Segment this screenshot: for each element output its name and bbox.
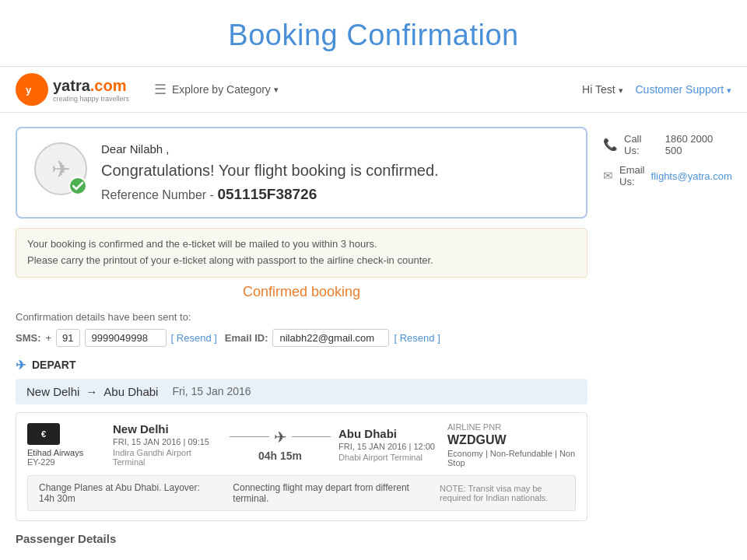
logo-com: .com bbox=[90, 77, 127, 94]
dep-airport: Indira Gandhi Airport Terminal bbox=[113, 448, 222, 467]
flight-info-row: € Etihad Airways EY-229 New Delhi FRI, 1… bbox=[27, 422, 576, 467]
pnr-col: AIRLINE PNR WZDGUW Economy | Non-Refunda… bbox=[447, 422, 576, 467]
svg-text:y: y bbox=[26, 84, 32, 96]
call-us-item: 📞 Call Us: 1860 2000 500 bbox=[603, 133, 731, 156]
depart-header: ✈ DEPART bbox=[16, 358, 587, 373]
ref-number: 051115F38726 bbox=[217, 186, 317, 202]
confirmation-details-row: SMS: + 91 [ Resend ] Email ID: [ Resend … bbox=[16, 329, 587, 347]
email-contact-label: Email Us: bbox=[619, 164, 645, 187]
user-greeting: Hi Test bbox=[582, 83, 615, 96]
customer-support-menu[interactable]: Customer Support ▾ bbox=[636, 83, 732, 96]
dep-city: New Delhi bbox=[113, 422, 222, 436]
duration-line bbox=[230, 436, 269, 437]
confirmation-text: Dear Nilabh , Congratulations! Your flig… bbox=[101, 142, 439, 203]
to-city: Abu Dhabi bbox=[103, 385, 158, 398]
arrival-col: Abu Dhabi FRI, 15 JAN 2016 | 12:00 Dhabi… bbox=[338, 427, 447, 462]
depart-plane-icon: ✈ bbox=[16, 358, 26, 373]
duration-line-wrap: ✈ bbox=[230, 428, 331, 446]
hamburger-icon: ☰ bbox=[154, 81, 167, 98]
phone-icon: 📞 bbox=[603, 138, 618, 152]
sms-label: SMS: bbox=[16, 332, 41, 344]
logo-icon: y bbox=[16, 73, 48, 106]
support-arrow-icon: ▾ bbox=[727, 86, 731, 95]
airline-logo: € bbox=[27, 423, 60, 445]
email-input[interactable] bbox=[272, 329, 389, 347]
airline-flight: EY-229 bbox=[27, 457, 55, 467]
pnr-label: AIRLINE PNR bbox=[447, 422, 576, 432]
pnr-detail: Economy | Non-Refundable | Non Stop bbox=[447, 449, 576, 467]
info-bar: Your booking is confirmed and the e-tick… bbox=[16, 228, 587, 278]
ref-label: Reference Number - bbox=[101, 188, 217, 201]
user-menu-arrow-icon: ▾ bbox=[619, 86, 623, 95]
contact-email-link[interactable]: flights@yatra.com bbox=[651, 170, 732, 182]
pnr-value: WZDGUW bbox=[447, 433, 576, 447]
right-panel: 📞 Call Us: 1860 2000 500 ✉ Email Us: fli… bbox=[587, 127, 731, 551]
phone-input[interactable] bbox=[85, 329, 167, 347]
route-date: Fri, 15 Jan 2016 bbox=[172, 385, 251, 397]
sms-row: SMS: + 91 [ Resend ] bbox=[16, 329, 217, 347]
plus-sign: + bbox=[46, 332, 52, 344]
departure-col: New Delhi FRI, 15 JAN 2016 | 09:15 Indir… bbox=[113, 422, 222, 467]
confirmed-booking-label: Confirmed booking bbox=[16, 284, 587, 300]
layover-change: Change Planes at Abu Dhabi. Layover: 14h… bbox=[39, 482, 209, 504]
email-row: Email ID: [ Resend ] bbox=[225, 329, 440, 347]
dear-text: Dear Nilabh , bbox=[101, 142, 439, 156]
logo-tagline: creating happy travellers bbox=[53, 95, 129, 103]
left-panel: ✈ Dear Nilabh , Congratulations! Your fl… bbox=[16, 127, 587, 551]
from-city: New Delhi bbox=[26, 385, 79, 398]
layover-bar: Change Planes at Abu Dhabi. Layover: 14h… bbox=[27, 475, 576, 511]
reference-text: Reference Number - 051115F38726 bbox=[101, 186, 439, 203]
email-icon: ✉ bbox=[603, 169, 613, 183]
passenger-header: Passenger Details bbox=[16, 532, 587, 545]
country-code: 91 bbox=[56, 329, 79, 347]
email-us-item: ✉ Email Us: flights@yatra.com bbox=[603, 164, 731, 187]
navbar: y yatra.com creating happy travellers ☰ … bbox=[0, 66, 747, 113]
details-sent-label: Confirmation details have been sent to: bbox=[16, 311, 587, 323]
route-arrow-icon: → bbox=[86, 385, 97, 398]
duration-line-2 bbox=[292, 436, 331, 437]
arr-datetime: FRI, 15 JAN 2016 | 12:00 bbox=[338, 442, 447, 451]
page-title: Booking Confirmation bbox=[0, 0, 747, 66]
info-line1: Your booking is confirmed and the e-tick… bbox=[27, 236, 576, 253]
duration-col: ✈ 04h 15m bbox=[222, 428, 338, 462]
email-id-label: Email ID: bbox=[225, 332, 268, 344]
depart-section: ✈ DEPART New Delhi → Abu Dhabi Fri, 15 J… bbox=[16, 358, 587, 521]
explore-label: Explore by Category bbox=[172, 83, 271, 96]
checkmark-badge bbox=[68, 177, 87, 195]
flight-route-bar: New Delhi → Abu Dhabi Fri, 15 Jan 2016 bbox=[16, 379, 587, 404]
logo[interactable]: y yatra.com creating happy travellers bbox=[16, 73, 140, 106]
contact-box: 📞 Call Us: 1860 2000 500 ✉ Email Us: fli… bbox=[603, 127, 731, 187]
layover-note: NOTE: Transit visa may be required for I… bbox=[440, 484, 564, 502]
airline-name: Etihad Airways bbox=[27, 448, 83, 457]
explore-arrow-icon: ▾ bbox=[274, 85, 279, 95]
explore-by-category[interactable]: ☰ Explore by Category ▾ bbox=[154, 81, 279, 98]
main-content: ✈ Dear Nilabh , Congratulations! Your fl… bbox=[0, 113, 747, 551]
nav-right: Hi Test ▾ Customer Support ▾ bbox=[582, 83, 731, 96]
user-menu[interactable]: Hi Test ▾ bbox=[582, 83, 622, 96]
depart-label: DEPART bbox=[32, 359, 76, 371]
mid-plane-icon: ✈ bbox=[274, 428, 287, 446]
confirm-icon-area: ✈ bbox=[34, 142, 89, 197]
plane-icon: ✈ bbox=[51, 156, 71, 183]
duration-time: 04h 15m bbox=[258, 450, 302, 462]
call-label: Call Us: bbox=[624, 133, 659, 156]
call-number: 1860 2000 500 bbox=[665, 133, 731, 156]
customer-support-label: Customer Support bbox=[636, 83, 724, 96]
dep-datetime: FRI, 15 JAN 2016 | 09:15 bbox=[113, 437, 222, 446]
arr-airport: Dhabi Airport Terminal bbox=[338, 453, 447, 462]
logo-text: yatra.com bbox=[53, 77, 129, 95]
confirmation-card: ✈ Dear Nilabh , Congratulations! Your fl… bbox=[16, 127, 587, 219]
flight-detail-card: € Etihad Airways EY-229 New Delhi FRI, 1… bbox=[16, 412, 587, 521]
info-line2: Please carry the printout of your e-tick… bbox=[27, 253, 576, 269]
resend-sms-button[interactable]: [ Resend ] bbox=[171, 332, 217, 344]
layover-connect: Connecting flight may depart from differ… bbox=[233, 482, 416, 504]
arr-city: Abu Dhabi bbox=[338, 427, 447, 440]
resend-email-button[interactable]: [ Resend ] bbox=[394, 332, 440, 344]
airline-logo-icon: € bbox=[41, 429, 46, 439]
passenger-section: Passenger Details bbox=[16, 532, 587, 545]
congrats-text: Congratulations! Your flight booking is … bbox=[101, 162, 439, 180]
airline-col: € Etihad Airways EY-229 bbox=[27, 423, 113, 467]
